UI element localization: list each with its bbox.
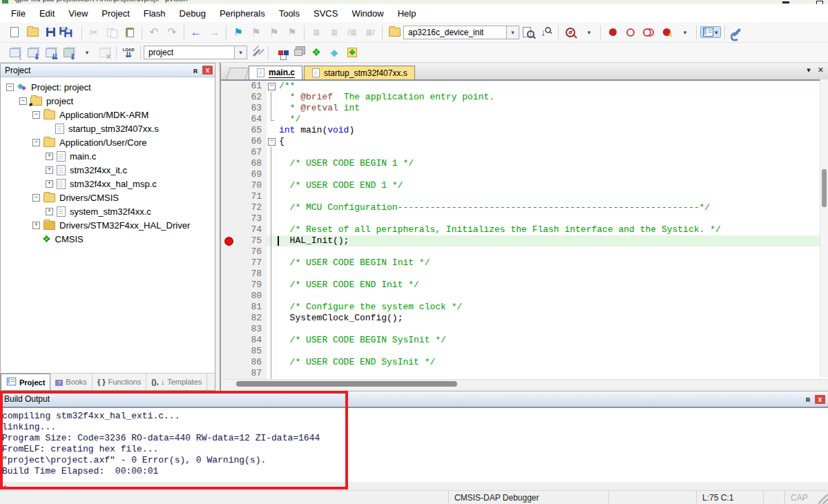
menu-edit[interactable]: Edit	[32, 6, 61, 21]
tree-expand-icon[interactable]: +	[46, 180, 53, 188]
breakpoint-gutter[interactable]	[221, 147, 236, 158]
menu-tools[interactable]: Tools	[272, 6, 307, 21]
breakpoint-gutter[interactable]	[221, 302, 236, 313]
pin-icon[interactable]: ʀ	[803, 394, 813, 404]
pack-installer-icon[interactable]: ❖	[344, 45, 360, 60]
build-output-log[interactable]: compiling stm32f4xx_hal_exti.c...linking…	[0, 408, 828, 482]
tree-item-stm32f4xx-it-c[interactable]: +stm32f4xx_it.c	[1, 163, 215, 177]
code-line-81[interactable]: 81 /* Configure the system clock */	[221, 302, 828, 313]
tree-item-project-project[interactable]: −◆◆Project: project	[1, 80, 215, 94]
outdent-icon[interactable]: ≣	[326, 25, 343, 40]
tree-item-application-mdk-arm[interactable]: −Application/MDK-ARM	[1, 108, 215, 122]
tree-expand-icon[interactable]: +	[46, 166, 53, 174]
tree-item-stm32f4xx-hal-msp-c[interactable]: +stm32f4xx_hal_msp.c	[1, 177, 215, 191]
tree-expand-icon[interactable]: +	[46, 208, 53, 215]
breakpoint-gutter[interactable]	[221, 169, 236, 180]
tree-item-drivers-stm32f4xx-hal-driver[interactable]: +Drivers/STM32F4xx_HAL_Driver	[1, 218, 215, 232]
editor-tab-main-c[interactable]: main.c	[249, 66, 302, 79]
code-line-84[interactable]: 84 /* USER CODE BEGIN SysInit */	[221, 335, 828, 346]
stop-build-icon[interactable]: ✕	[96, 45, 113, 60]
breakpoint-gutter[interactable]	[221, 324, 236, 335]
manage-rte-icon[interactable]: ❖	[308, 45, 325, 60]
breakpoint-gutter[interactable]	[221, 81, 236, 92]
breakpoint-gutter[interactable]	[221, 335, 236, 346]
hscroll-thumb[interactable]	[236, 381, 457, 387]
tree-item-drivers-cmsis[interactable]: −Drivers/CMSIS	[1, 191, 215, 204]
breakpoint-gutter[interactable]	[221, 357, 236, 368]
close-document-icon[interactable]: ✕	[818, 66, 824, 75]
tree-item-application-user-core[interactable]: −Application/User/Core	[1, 135, 215, 149]
comment-icon[interactable]: /≣	[344, 25, 360, 40]
breakpoint-gutter[interactable]	[221, 92, 236, 103]
find-next-icon[interactable]: ↓	[538, 25, 555, 40]
code-line-78[interactable]: 78	[221, 269, 828, 280]
target-select-combo[interactable]: project	[144, 46, 235, 59]
clear-bookmarks-icon[interactable]: ⚑	[284, 25, 300, 40]
menu-window[interactable]: Window	[345, 6, 390, 21]
code-line-83[interactable]: 83	[221, 324, 828, 335]
breakpoint-gutter[interactable]	[221, 269, 236, 280]
code-line-66[interactable]: 66−{	[221, 136, 828, 147]
open-file-icon[interactable]	[24, 25, 41, 40]
breakpoint-gutter[interactable]	[221, 368, 236, 379]
menu-flash[interactable]: Flash	[137, 6, 173, 21]
code-line-69[interactable]: 69	[221, 169, 828, 180]
options-for-target-icon[interactable]	[248, 45, 264, 60]
manage-books-icon[interactable]	[290, 45, 307, 60]
breakpoint-gutter[interactable]	[221, 246, 236, 258]
breakpoint-gutter[interactable]	[221, 114, 236, 125]
code-line-70[interactable]: 70 /* USER CODE END 1 */	[221, 180, 828, 191]
next-bookmark-icon[interactable]: ⚑	[248, 25, 264, 40]
fold-collapse-icon[interactable]: −	[267, 136, 276, 147]
tree-item-main-c[interactable]: +main.c	[1, 149, 215, 163]
panel-tab-project[interactable]: Project	[1, 374, 50, 390]
code-line-87[interactable]: 87	[221, 368, 828, 379]
tree-item-cmsis[interactable]: ❖CMSIS	[1, 232, 215, 246]
breakpoint-gutter[interactable]	[221, 280, 236, 291]
code-line-74[interactable]: 74 /* Reset of all peripherals, Initiali…	[221, 224, 828, 235]
breakpoint-gutter[interactable]	[221, 224, 236, 235]
navigate-forward-icon[interactable]: →	[206, 25, 222, 40]
code-line-79[interactable]: 79 /* USER CODE END Init */	[221, 280, 828, 291]
code-line-80[interactable]: 80	[221, 291, 828, 302]
code-line-67[interactable]: 67	[221, 147, 828, 158]
window-layout-icon[interactable]: ▾	[700, 25, 721, 40]
code-line-68[interactable]: 68 /* USER CODE BEGIN 1 */	[221, 158, 828, 169]
code-line-85[interactable]: 85	[221, 346, 828, 357]
rebuild-icon[interactable]: ⇊	[42, 45, 59, 60]
tree-expand-icon[interactable]: −	[19, 97, 27, 105]
breakpoint-gutter[interactable]	[221, 180, 236, 191]
code-line-62[interactable]: 62 * @brief The application entry point.	[221, 92, 828, 103]
menu-svcs[interactable]: SVCS	[307, 6, 345, 21]
resize-grip[interactable]	[818, 491, 828, 504]
pin-icon[interactable]: ʀ	[191, 66, 200, 75]
copy-icon[interactable]	[104, 25, 120, 40]
insert-bookmark-icon[interactable]: ⚑	[230, 25, 247, 40]
code-line-61[interactable]: 61−/**	[221, 81, 828, 92]
vscroll-thumb[interactable]	[822, 169, 827, 207]
breakpoint-gutter[interactable]	[221, 202, 236, 213]
breakpoint-gutter[interactable]	[221, 191, 236, 202]
target-select-combo-dropdown-icon[interactable]: ▾	[235, 46, 247, 59]
breakpoint-gutter[interactable]	[221, 346, 236, 357]
find-dropdown-icon[interactable]: d	[562, 25, 579, 40]
enable-breakpoint-icon[interactable]	[622, 25, 639, 40]
manage-project-items-icon[interactable]	[272, 45, 289, 60]
breakpoint-gutter[interactable]	[221, 103, 236, 114]
code-line-73[interactable]: 73	[221, 213, 828, 224]
tree-item-system-stm32f4xx-c[interactable]: +system_stm32f4xx.c	[1, 204, 215, 218]
file-search-icon[interactable]	[386, 25, 403, 40]
save-icon[interactable]	[42, 25, 59, 40]
batch-build-icon[interactable]: ⇓	[60, 45, 77, 60]
breakpoint-gutter[interactable]	[221, 125, 236, 136]
tab-list-dropdown-icon[interactable]: ▾	[807, 66, 811, 75]
undo-icon[interactable]: ↶	[146, 25, 162, 40]
navigate-back-icon[interactable]: ←	[188, 25, 204, 40]
disable-breakpoints-icon[interactable]	[640, 25, 657, 40]
menu-view[interactable]: View	[61, 6, 95, 21]
code-line-63[interactable]: 63 * @retval int	[221, 103, 828, 114]
save-all-icon[interactable]	[60, 25, 78, 40]
menu-project[interactable]: Project	[95, 6, 136, 21]
configure-tools-icon[interactable]	[729, 25, 745, 40]
redo-icon[interactable]: ↷	[164, 25, 180, 40]
